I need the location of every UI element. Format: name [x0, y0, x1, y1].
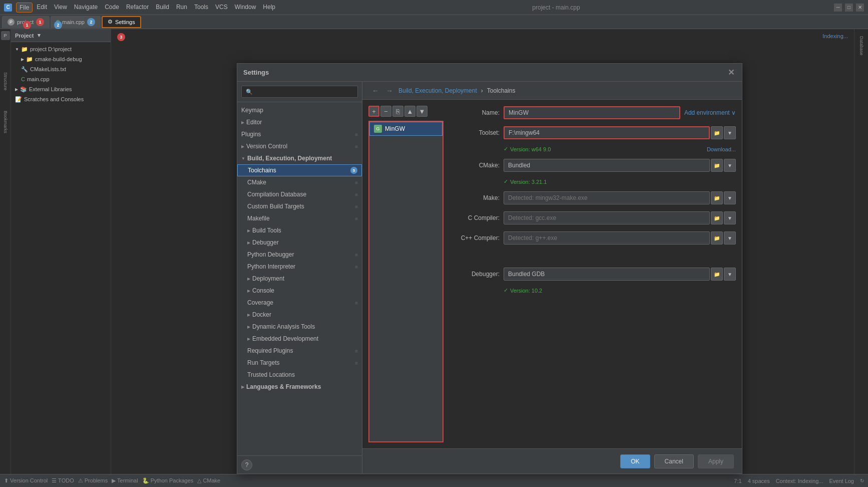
- debugger-input[interactable]: [504, 268, 710, 281]
- menu-refactor[interactable]: Refactor: [123, 3, 152, 13]
- tree-item-scratches[interactable]: 📝 Scratches and Consoles: [11, 94, 111, 104]
- settings-build-tools[interactable]: ▶ Build Tools: [237, 224, 362, 236]
- ok-button[interactable]: OK: [620, 454, 650, 468]
- status-todo[interactable]: ☰ TODO: [52, 477, 74, 484]
- settings-plugins[interactable]: Plugins: [237, 128, 362, 140]
- cpp-compiler-input[interactable]: [504, 231, 710, 245]
- menu-file[interactable]: File: [16, 3, 33, 13]
- settings-console[interactable]: ▶ Console: [237, 285, 362, 297]
- toolset-input[interactable]: [504, 126, 710, 139]
- move-up-button[interactable]: ▲: [404, 106, 415, 117]
- menu-edit[interactable]: Edit: [34, 3, 50, 13]
- menu-run[interactable]: Run: [173, 3, 190, 13]
- debugger-browse-button[interactable]: 📁: [711, 268, 723, 281]
- help-btn-container: ?: [237, 455, 362, 473]
- c-compiler-dropdown-button[interactable]: ▼: [724, 211, 736, 224]
- status-indent[interactable]: 4 spaces: [748, 478, 770, 484]
- status-bar: ⬆ Version Control ☰ TODO ⚠ Problems ▶ Te…: [0, 474, 868, 487]
- settings-comp-db[interactable]: Compilation Database: [237, 188, 362, 200]
- settings-py-interpreter[interactable]: Python Interpreter: [237, 261, 362, 273]
- settings-py-debugger[interactable]: Python Debugger: [237, 249, 362, 261]
- settings-editor[interactable]: ▶ Editor: [237, 116, 362, 128]
- settings-deployment[interactable]: ▶ Deployment: [237, 273, 362, 285]
- settings-coverage[interactable]: Coverage: [237, 297, 362, 309]
- tree-item-ext-libs[interactable]: ▶ 📚 External Libraries: [11, 84, 111, 94]
- settings-trusted-locs[interactable]: Trusted Locations: [237, 369, 362, 381]
- status-version-control[interactable]: ⬆ Version Control: [4, 477, 48, 484]
- status-cmake[interactable]: △ CMake: [197, 477, 220, 484]
- breadcrumb-link[interactable]: Build, Execution, Deployment: [398, 87, 477, 94]
- project-panel-dropdown[interactable]: ▾: [38, 32, 41, 39]
- project-tree: ▼ 📁 project D:\project ▶ 📁 cmake-build-d…: [11, 42, 111, 474]
- tree-item-cmakelists[interactable]: 🔧 CMakeLists.txt: [11, 64, 111, 74]
- menu-build[interactable]: Build: [153, 3, 172, 13]
- settings-build-exec[interactable]: ▼ Build, Execution, Deployment: [237, 152, 362, 164]
- menu-help[interactable]: Help: [260, 3, 278, 13]
- settings-debugger[interactable]: ▶ Debugger: [237, 236, 362, 249]
- toolset-browse-button[interactable]: 📁: [711, 126, 723, 139]
- dialog-close-button[interactable]: ✕: [726, 68, 736, 78]
- settings-embedded[interactable]: ▶ Embedded Development: [237, 333, 362, 345]
- menu-window[interactable]: Window: [232, 3, 259, 13]
- bookmarks-icon-btn[interactable]: Bookmarks: [3, 111, 8, 133]
- settings-docker[interactable]: ▶ Docker: [237, 309, 362, 321]
- toolchain-mingw-item[interactable]: G MinGW: [369, 122, 443, 136]
- menu-vcs[interactable]: VCS: [212, 3, 231, 13]
- debugger-dropdown-button[interactable]: ▼: [724, 268, 736, 281]
- settings-run-targets[interactable]: Run Targets: [237, 357, 362, 369]
- settings-search-input[interactable]: [241, 86, 358, 98]
- nav-forward-button[interactable]: →: [384, 86, 394, 96]
- project-icon-btn[interactable]: P: [1, 31, 10, 40]
- status-python-packages[interactable]: 🐍 Python Packages: [142, 477, 194, 484]
- maximize-button[interactable]: □: [845, 4, 853, 12]
- status-terminal[interactable]: ▶ Terminal: [112, 477, 138, 484]
- settings-lang-frameworks[interactable]: ▶ Languages & Frameworks: [237, 381, 362, 393]
- cmake-dropdown-button[interactable]: ▼: [724, 159, 736, 172]
- help-button[interactable]: ?: [241, 459, 252, 470]
- settings-req-plugins[interactable]: Required Plugins: [237, 345, 362, 357]
- name-input[interactable]: [504, 106, 680, 119]
- close-button[interactable]: ✕: [856, 4, 864, 12]
- add-environment-button[interactable]: Add environment ∨: [684, 109, 736, 116]
- cpp-compiler-dropdown-button[interactable]: ▼: [724, 231, 736, 245]
- remove-toolchain-button[interactable]: −: [380, 106, 391, 117]
- settings-version-control[interactable]: ▶ Version Control ≡: [237, 140, 362, 152]
- tree-item-cmake-build[interactable]: ▶ 📁 cmake-build-debug: [11, 54, 111, 64]
- make-dropdown-button[interactable]: ▼: [724, 191, 736, 204]
- minimize-button[interactable]: ─: [834, 4, 842, 12]
- make-input[interactable]: [504, 191, 710, 204]
- apply-button[interactable]: Apply: [698, 454, 734, 468]
- status-cursor-pos[interactable]: 7:1: [734, 478, 741, 484]
- toolset-dropdown-button[interactable]: ▼: [724, 126, 736, 139]
- status-event-log[interactable]: Event Log: [829, 478, 854, 484]
- settings-custom-build[interactable]: Custom Build Targets: [237, 200, 362, 212]
- database-tab[interactable]: Database: [859, 36, 864, 56]
- menu-view[interactable]: View: [51, 3, 70, 13]
- status-problems[interactable]: ⚠ Problems: [78, 477, 108, 484]
- structure-icon-btn[interactable]: Structure: [3, 72, 8, 91]
- tab-settings[interactable]: ⚙ Settings: [102, 16, 141, 28]
- menu-tools[interactable]: Tools: [191, 3, 211, 13]
- add-toolchain-button[interactable]: +: [368, 106, 379, 117]
- nav-back-button[interactable]: ←: [370, 86, 380, 96]
- copy-toolchain-button[interactable]: ⎘: [392, 106, 403, 117]
- settings-cmake[interactable]: CMake: [237, 176, 362, 188]
- menu-code[interactable]: Code: [102, 3, 122, 13]
- move-down-button[interactable]: ▼: [416, 106, 427, 117]
- download-link[interactable]: Download...: [707, 146, 736, 152]
- settings-dynamic-analysis[interactable]: ▶ Dynamic Analysis Tools: [237, 321, 362, 333]
- cancel-button[interactable]: Cancel: [654, 454, 694, 468]
- tree-item-maincpp[interactable]: C main.cpp: [11, 74, 111, 84]
- settings-keymap[interactable]: Keymap: [237, 104, 362, 116]
- cpp-compiler-browse-button[interactable]: 📁: [711, 231, 723, 245]
- editor-arrow: ▶: [241, 120, 244, 125]
- c-compiler-browse-button[interactable]: 📁: [711, 211, 723, 224]
- menu-navigate[interactable]: Navigate: [71, 3, 101, 13]
- cmake-browse-button[interactable]: 📁: [711, 159, 723, 172]
- tree-item-project[interactable]: ▼ 📁 project D:\project: [11, 44, 111, 54]
- make-browse-button[interactable]: 📁: [711, 191, 723, 204]
- settings-toolchains[interactable]: Toolchains 5: [237, 164, 362, 176]
- settings-makefile[interactable]: Makefile: [237, 212, 362, 224]
- c-compiler-input[interactable]: [504, 211, 710, 224]
- cmake-input[interactable]: [504, 159, 710, 172]
